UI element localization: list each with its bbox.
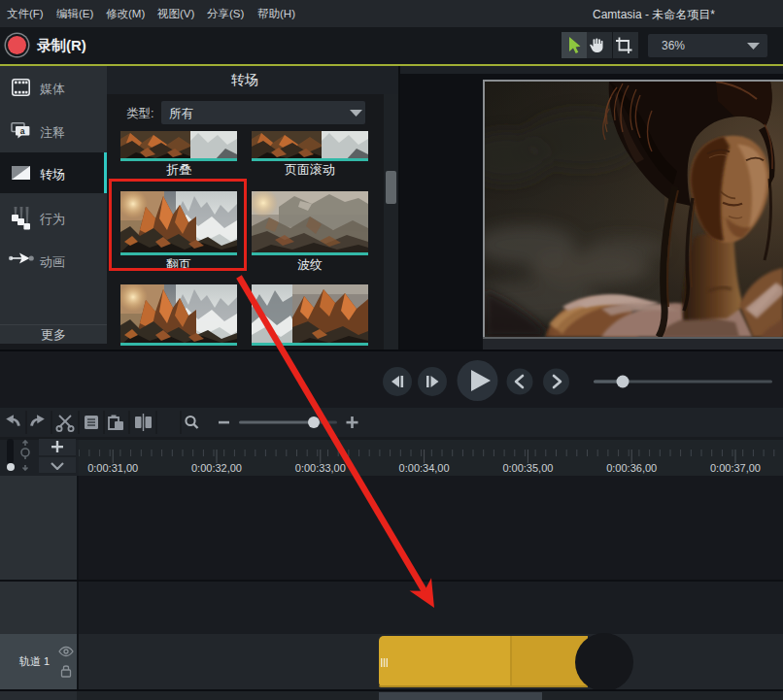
svg-text:a: a — [20, 126, 25, 136]
